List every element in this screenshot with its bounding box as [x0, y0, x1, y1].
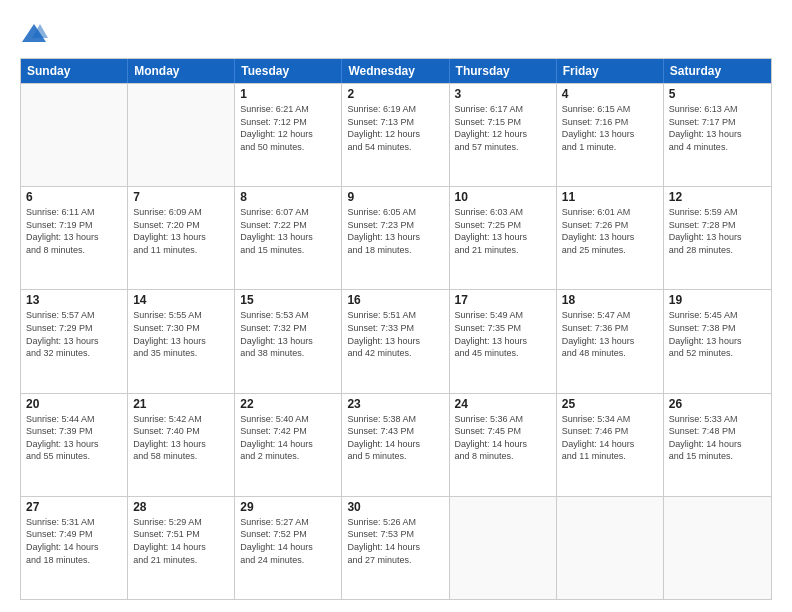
day-detail: Sunrise: 5:44 AM Sunset: 7:39 PM Dayligh… [26, 413, 122, 463]
day-number: 28 [133, 500, 229, 514]
calendar-header-row: SundayMondayTuesdayWednesdayThursdayFrid… [21, 59, 771, 83]
day-number: 9 [347, 190, 443, 204]
calendar-header-cell: Wednesday [342, 59, 449, 83]
day-number: 26 [669, 397, 766, 411]
calendar-header-cell: Saturday [664, 59, 771, 83]
calendar-week-row: 20Sunrise: 5:44 AM Sunset: 7:39 PM Dayli… [21, 393, 771, 496]
day-number: 15 [240, 293, 336, 307]
day-number: 10 [455, 190, 551, 204]
calendar: SundayMondayTuesdayWednesdayThursdayFrid… [20, 58, 772, 600]
day-number: 1 [240, 87, 336, 101]
calendar-cell: 1Sunrise: 6:21 AM Sunset: 7:12 PM Daylig… [235, 84, 342, 186]
day-detail: Sunrise: 5:34 AM Sunset: 7:46 PM Dayligh… [562, 413, 658, 463]
calendar-cell: 25Sunrise: 5:34 AM Sunset: 7:46 PM Dayli… [557, 394, 664, 496]
calendar-cell: 22Sunrise: 5:40 AM Sunset: 7:42 PM Dayli… [235, 394, 342, 496]
day-number: 7 [133, 190, 229, 204]
calendar-cell: 2Sunrise: 6:19 AM Sunset: 7:13 PM Daylig… [342, 84, 449, 186]
calendar-cell: 29Sunrise: 5:27 AM Sunset: 7:52 PM Dayli… [235, 497, 342, 599]
day-number: 23 [347, 397, 443, 411]
calendar-cell: 24Sunrise: 5:36 AM Sunset: 7:45 PM Dayli… [450, 394, 557, 496]
day-number: 5 [669, 87, 766, 101]
day-detail: Sunrise: 6:19 AM Sunset: 7:13 PM Dayligh… [347, 103, 443, 153]
day-number: 27 [26, 500, 122, 514]
day-number: 21 [133, 397, 229, 411]
day-detail: Sunrise: 5:59 AM Sunset: 7:28 PM Dayligh… [669, 206, 766, 256]
day-number: 29 [240, 500, 336, 514]
calendar-cell: 21Sunrise: 5:42 AM Sunset: 7:40 PM Dayli… [128, 394, 235, 496]
day-detail: Sunrise: 5:57 AM Sunset: 7:29 PM Dayligh… [26, 309, 122, 359]
day-detail: Sunrise: 6:07 AM Sunset: 7:22 PM Dayligh… [240, 206, 336, 256]
day-detail: Sunrise: 5:31 AM Sunset: 7:49 PM Dayligh… [26, 516, 122, 566]
day-number: 2 [347, 87, 443, 101]
day-detail: Sunrise: 6:17 AM Sunset: 7:15 PM Dayligh… [455, 103, 551, 153]
calendar-cell [128, 84, 235, 186]
logo [20, 18, 52, 48]
calendar-cell: 8Sunrise: 6:07 AM Sunset: 7:22 PM Daylig… [235, 187, 342, 289]
calendar-cell: 9Sunrise: 6:05 AM Sunset: 7:23 PM Daylig… [342, 187, 449, 289]
day-number: 4 [562, 87, 658, 101]
calendar-cell: 28Sunrise: 5:29 AM Sunset: 7:51 PM Dayli… [128, 497, 235, 599]
day-detail: Sunrise: 5:51 AM Sunset: 7:33 PM Dayligh… [347, 309, 443, 359]
calendar-header-cell: Tuesday [235, 59, 342, 83]
calendar-week-row: 6Sunrise: 6:11 AM Sunset: 7:19 PM Daylig… [21, 186, 771, 289]
day-number: 22 [240, 397, 336, 411]
calendar-header-cell: Thursday [450, 59, 557, 83]
day-detail: Sunrise: 6:21 AM Sunset: 7:12 PM Dayligh… [240, 103, 336, 153]
calendar-cell [664, 497, 771, 599]
day-number: 20 [26, 397, 122, 411]
day-detail: Sunrise: 5:27 AM Sunset: 7:52 PM Dayligh… [240, 516, 336, 566]
calendar-cell: 17Sunrise: 5:49 AM Sunset: 7:35 PM Dayli… [450, 290, 557, 392]
day-detail: Sunrise: 5:55 AM Sunset: 7:30 PM Dayligh… [133, 309, 229, 359]
day-detail: Sunrise: 5:47 AM Sunset: 7:36 PM Dayligh… [562, 309, 658, 359]
calendar-cell: 19Sunrise: 5:45 AM Sunset: 7:38 PM Dayli… [664, 290, 771, 392]
day-detail: Sunrise: 5:36 AM Sunset: 7:45 PM Dayligh… [455, 413, 551, 463]
day-number: 11 [562, 190, 658, 204]
day-number: 30 [347, 500, 443, 514]
day-number: 14 [133, 293, 229, 307]
calendar-cell: 27Sunrise: 5:31 AM Sunset: 7:49 PM Dayli… [21, 497, 128, 599]
logo-icon [20, 20, 48, 48]
calendar-cell: 23Sunrise: 5:38 AM Sunset: 7:43 PM Dayli… [342, 394, 449, 496]
calendar-header-cell: Monday [128, 59, 235, 83]
day-detail: Sunrise: 5:26 AM Sunset: 7:53 PM Dayligh… [347, 516, 443, 566]
day-detail: Sunrise: 5:33 AM Sunset: 7:48 PM Dayligh… [669, 413, 766, 463]
calendar-cell [450, 497, 557, 599]
day-detail: Sunrise: 5:53 AM Sunset: 7:32 PM Dayligh… [240, 309, 336, 359]
calendar-week-row: 13Sunrise: 5:57 AM Sunset: 7:29 PM Dayli… [21, 289, 771, 392]
calendar-cell: 18Sunrise: 5:47 AM Sunset: 7:36 PM Dayli… [557, 290, 664, 392]
day-number: 18 [562, 293, 658, 307]
day-number: 24 [455, 397, 551, 411]
day-detail: Sunrise: 6:15 AM Sunset: 7:16 PM Dayligh… [562, 103, 658, 153]
day-detail: Sunrise: 6:09 AM Sunset: 7:20 PM Dayligh… [133, 206, 229, 256]
calendar-cell: 13Sunrise: 5:57 AM Sunset: 7:29 PM Dayli… [21, 290, 128, 392]
day-number: 6 [26, 190, 122, 204]
day-number: 16 [347, 293, 443, 307]
calendar-cell: 16Sunrise: 5:51 AM Sunset: 7:33 PM Dayli… [342, 290, 449, 392]
calendar-week-row: 1Sunrise: 6:21 AM Sunset: 7:12 PM Daylig… [21, 83, 771, 186]
calendar-header-cell: Friday [557, 59, 664, 83]
calendar-cell: 7Sunrise: 6:09 AM Sunset: 7:20 PM Daylig… [128, 187, 235, 289]
calendar-body: 1Sunrise: 6:21 AM Sunset: 7:12 PM Daylig… [21, 83, 771, 599]
day-detail: Sunrise: 6:13 AM Sunset: 7:17 PM Dayligh… [669, 103, 766, 153]
day-detail: Sunrise: 6:05 AM Sunset: 7:23 PM Dayligh… [347, 206, 443, 256]
day-detail: Sunrise: 5:45 AM Sunset: 7:38 PM Dayligh… [669, 309, 766, 359]
calendar-cell: 4Sunrise: 6:15 AM Sunset: 7:16 PM Daylig… [557, 84, 664, 186]
calendar-cell: 5Sunrise: 6:13 AM Sunset: 7:17 PM Daylig… [664, 84, 771, 186]
day-detail: Sunrise: 6:11 AM Sunset: 7:19 PM Dayligh… [26, 206, 122, 256]
day-number: 12 [669, 190, 766, 204]
day-detail: Sunrise: 5:40 AM Sunset: 7:42 PM Dayligh… [240, 413, 336, 463]
calendar-cell [557, 497, 664, 599]
calendar-cell: 3Sunrise: 6:17 AM Sunset: 7:15 PM Daylig… [450, 84, 557, 186]
day-number: 3 [455, 87, 551, 101]
day-number: 19 [669, 293, 766, 307]
calendar-cell [21, 84, 128, 186]
day-number: 13 [26, 293, 122, 307]
calendar-cell: 11Sunrise: 6:01 AM Sunset: 7:26 PM Dayli… [557, 187, 664, 289]
day-detail: Sunrise: 6:01 AM Sunset: 7:26 PM Dayligh… [562, 206, 658, 256]
calendar-cell: 30Sunrise: 5:26 AM Sunset: 7:53 PM Dayli… [342, 497, 449, 599]
day-number: 25 [562, 397, 658, 411]
day-detail: Sunrise: 6:03 AM Sunset: 7:25 PM Dayligh… [455, 206, 551, 256]
calendar-cell: 15Sunrise: 5:53 AM Sunset: 7:32 PM Dayli… [235, 290, 342, 392]
calendar-cell: 20Sunrise: 5:44 AM Sunset: 7:39 PM Dayli… [21, 394, 128, 496]
calendar-cell: 26Sunrise: 5:33 AM Sunset: 7:48 PM Dayli… [664, 394, 771, 496]
